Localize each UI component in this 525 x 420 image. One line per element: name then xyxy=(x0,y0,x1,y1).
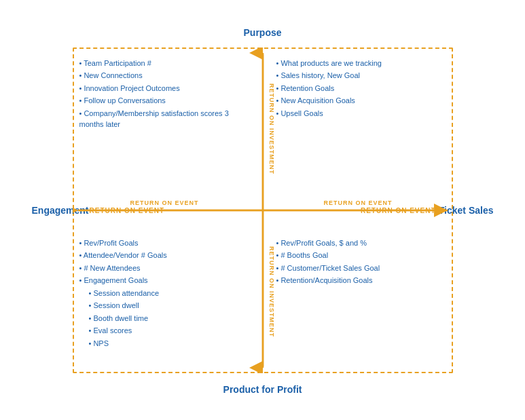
list-item: # New Attendees xyxy=(79,263,246,274)
label-engagement: Engagement xyxy=(32,205,89,216)
sub-list-item: Eval scores xyxy=(89,325,246,337)
bottom-left-list: Rev/Profit Goals Attendee/Vendor # Goals… xyxy=(79,237,246,286)
list-item: New Connections xyxy=(79,70,239,81)
sub-list-item: Session attendance xyxy=(89,288,246,299)
bottom-left-sublist: Session attendance Session dwell Booth d… xyxy=(89,288,246,349)
list-item: # Customer/Ticket Sales Goal xyxy=(276,263,446,274)
sub-list-item: NPS xyxy=(89,338,246,349)
list-item: Retention/Acquisition Goals xyxy=(276,275,446,286)
quadrant-bottom-left: Rev/Profit Goals Attendee/Vendor # Goals… xyxy=(79,237,246,351)
quadrant-top-right: What products are we tracking Sales hist… xyxy=(276,58,446,121)
list-item: Upsell Goals xyxy=(276,108,446,119)
list-item: New Acquisition Goals xyxy=(276,95,446,107)
list-item: # Booths Goal xyxy=(276,250,446,261)
list-item: Rev/Profit Goals, $ and % xyxy=(276,237,446,249)
quadrant-bottom-right: Rev/Profit Goals, $ and % # Booths Goal … xyxy=(276,237,446,288)
list-item: Engagement Goals xyxy=(79,275,246,286)
quadrant-top-left: Team Participation # New Connections Inn… xyxy=(79,58,239,132)
list-item: Innovation Project Outcomes xyxy=(79,83,239,94)
list-item: Rev/Profit Goals xyxy=(79,237,246,249)
list-item: Attendee/Vendor # Goals xyxy=(79,250,246,261)
list-item: Sales history, New Goal xyxy=(276,70,446,81)
label-roe-right: RETURN ON EVENT xyxy=(361,206,436,214)
sub-list-item: Booth dwell time xyxy=(89,313,246,324)
label-profit: Product for Profit xyxy=(223,384,302,395)
sub-list-item: Session dwell xyxy=(89,300,246,311)
list-item: Follow up Conversations xyxy=(79,95,239,107)
bottom-right-list: Rev/Profit Goals, $ and % # Booths Goal … xyxy=(276,237,446,286)
list-item: What products are we tracking xyxy=(276,58,446,69)
diagram-wrapper: Purpose Product for Profit Engagement Ti… xyxy=(32,20,494,400)
label-purpose: Purpose xyxy=(243,27,281,38)
top-right-list: What products are we tracking Sales hist… xyxy=(276,58,446,119)
label-roe-left: RETURN ON EVENT xyxy=(90,206,165,214)
list-item: Team Participation # xyxy=(79,58,239,69)
list-item: Retention Goals xyxy=(276,83,446,94)
list-item: Company/Membership satisfaction scores 3… xyxy=(79,108,239,130)
top-left-list: Team Participation # New Connections Inn… xyxy=(79,58,239,130)
label-ticket-sales: Ticket Sales xyxy=(439,205,494,216)
